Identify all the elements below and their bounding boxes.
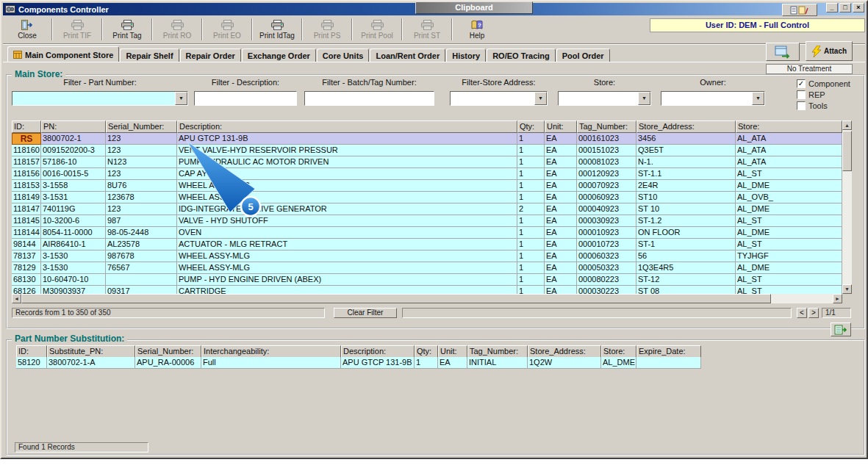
maximize-button[interactable]: □ (839, 3, 851, 12)
checkbox-label: REP (808, 90, 825, 99)
printer-icon (321, 20, 334, 30)
table-row[interactable]: RS3800702-1123APU GTCP 131-9B1EA00016102… (12, 133, 842, 145)
table-row[interactable]: 581203800702-1-AAPU_RA-00006FullAPU GTCP… (16, 357, 701, 369)
filter-store-address-combo[interactable]: ▼ (450, 91, 548, 106)
horizontal-scrollbar[interactable]: ◄ ► (12, 294, 842, 303)
clipboard-tools-button[interactable] (782, 4, 817, 16)
table-cell: EA (545, 250, 577, 262)
table-cell (106, 274, 177, 286)
minimize-button[interactable]: _ (826, 3, 838, 12)
prev-page-button[interactable]: < (797, 308, 807, 318)
checkbox-component[interactable]: ✓Component (797, 79, 850, 88)
tab-exchange-order[interactable]: Exchange Order (242, 48, 316, 62)
filter-batch-tag-number-input[interactable] (304, 91, 434, 106)
app-icon (5, 4, 15, 14)
printer-icon (171, 20, 184, 30)
tab-label: History (452, 51, 480, 60)
vertical-scrollbar[interactable]: ▲ ▼ (842, 120, 852, 294)
chevron-down-icon[interactable]: ▼ (638, 92, 650, 105)
records-status: Records from 1 to 350 of 350 (12, 308, 325, 318)
column-header-id[interactable]: ID: (12, 120, 41, 133)
checkbox-rep[interactable]: REP (797, 90, 825, 99)
column-header-tag-number[interactable]: Tag_Number: (577, 120, 636, 133)
column-header-id[interactable]: ID: (16, 345, 47, 358)
chevron-down-icon[interactable]: ▼ (752, 92, 764, 105)
checkbox-tools[interactable]: Tools (797, 101, 828, 110)
tab-pool-order[interactable]: Pool Order (556, 48, 610, 62)
toolbar-button-print-idtag[interactable]: Print IdTag (253, 15, 301, 43)
table-cell: 000161023 (577, 133, 636, 145)
filter-description-input[interactable] (194, 91, 297, 106)
column-header-serial-number[interactable]: Serial_Number: (106, 120, 177, 133)
attach-button[interactable]: Attach (806, 41, 853, 61)
column-header-serial-number[interactable]: Serial_Number: (135, 345, 201, 358)
substitution-table: 581203800702-1-AAPU_RA-00006FullAPU GTCP… (16, 357, 701, 370)
tab-label: Repair Order (186, 51, 235, 60)
checkbox-box[interactable] (797, 101, 806, 110)
table-row[interactable]: 11815757186-10N123PUMP HYDRAULIC AC MOTO… (12, 156, 842, 168)
filter-value (559, 92, 638, 105)
table-row[interactable]: 11814510-3200-6987VALVE - HYD SHUTOFF1EA… (12, 215, 842, 227)
substitution-export-button[interactable] (831, 322, 851, 336)
column-header-qty[interactable]: Qty: (517, 120, 545, 133)
scroll-up-button[interactable]: ▲ (842, 120, 852, 130)
table-row[interactable]: 1181533-15588U76WHEEL ASSY MLG1EA0000709… (12, 180, 842, 192)
next-page-button[interactable]: > (808, 308, 819, 318)
table-row[interactable]: 98144AIR86410-1AL23578ACTUATOR - MLG RET… (12, 239, 842, 250)
close-window-button[interactable]: × (853, 3, 864, 12)
table-row[interactable]: 1181448054-11-000098-05-2448OVEN1EA00001… (12, 227, 842, 239)
owner-combo[interactable]: ▼ (661, 91, 765, 106)
tab-core-units[interactable]: Core Units (317, 48, 370, 62)
column-header-substitute-pn[interactable]: Substitute_PN: (47, 345, 135, 358)
column-header-interchangeability[interactable]: Interchangeability: (201, 345, 341, 358)
table-row[interactable]: 6813010-60470-10PUMP - HYD ENGINE DRIVEN… (12, 274, 842, 286)
table-cell: ON FLOOR (636, 227, 736, 239)
column-header-store[interactable]: Store: (601, 345, 636, 358)
store-combo[interactable]: ▼ (558, 91, 651, 106)
table-row[interactable]: 781373-1530987678WHEEL ASSY-MLG1EA000060… (12, 250, 842, 262)
horizontal-scrollbar-thumb[interactable] (21, 294, 771, 303)
tab-repair-order[interactable]: Repair Order (180, 48, 241, 62)
scroll-right-button[interactable]: ► (833, 294, 842, 303)
tab-repair-shelf[interactable]: Repair Shelf (120, 48, 179, 62)
clear-filter-button[interactable]: Clear Filter (334, 308, 397, 318)
table-row[interactable]: 1181560016-0015-5123CAP AY1EA000120923ST… (12, 168, 842, 180)
column-header-unit[interactable]: Unit: (545, 120, 577, 133)
toolbar-button-print-tag[interactable]: Print Tag (103, 15, 151, 43)
tab-history[interactable]: History (446, 48, 486, 62)
chevron-down-icon[interactable]: ▼ (534, 92, 547, 105)
column-header-tag-number[interactable]: Tag_Number: (467, 345, 528, 358)
column-header-description[interactable]: Description: (341, 345, 415, 358)
checkbox-box[interactable]: ✓ (797, 79, 806, 88)
toolbar-button-help[interactable]: ?Help (453, 15, 501, 43)
column-header-pn[interactable]: PN: (41, 120, 106, 133)
clipboard-panel[interactable]: Clipboard (415, 1, 533, 14)
table-cell: 1Q2W (528, 357, 601, 369)
filter-part-number-combo[interactable]: ▼ (12, 91, 188, 106)
table-row[interactable]: 781293-153076567WHEEL ASSY-MLG1EA0000503… (12, 262, 842, 274)
column-header-store-address[interactable]: Store_Address: (528, 345, 601, 358)
chevron-down-icon[interactable]: ▼ (175, 92, 187, 105)
export-button[interactable] (766, 43, 800, 61)
column-header-expire-date[interactable]: Expire_Date: (636, 345, 701, 358)
table-row[interactable]: 68126M3090393709317CARTRIDGE1EA000030223… (12, 286, 842, 294)
table-row[interactable]: 1181493-1531123678WHEEL ASSY-NLG1EA00006… (12, 192, 842, 203)
table-row[interactable]: 1181600091520200-3123VENT VALVE-HYD RESE… (12, 145, 842, 156)
table-row[interactable]: 118147740119G123IDG-INTEGRATED DRIVE GEN… (12, 203, 842, 215)
scroll-down-button[interactable]: ▼ (842, 284, 852, 294)
tab-ro-eo-tracing[interactable]: RO/EO Tracing (487, 48, 556, 62)
column-header-store[interactable]: Store: (736, 120, 842, 133)
column-header-qty[interactable]: Qty: (415, 345, 438, 358)
tab-main-component-store[interactable]: Main Component Store (7, 46, 119, 62)
column-header-description[interactable]: Description: (177, 120, 517, 133)
table-cell: 1 (415, 357, 438, 369)
table-cell: 1 (517, 239, 545, 250)
scroll-left-button[interactable]: ◄ (12, 294, 21, 303)
column-header-store-address[interactable]: Store_Address: (636, 120, 736, 133)
checkbox-box[interactable] (797, 90, 806, 99)
tab-loan-rent-order[interactable]: Loan/Rent Order (370, 48, 445, 62)
column-header-unit[interactable]: Unit: (438, 345, 467, 358)
table-cell: 2E4R (636, 180, 736, 192)
vertical-scrollbar-thumb[interactable] (842, 131, 852, 171)
toolbar-button-close[interactable]: Close (3, 15, 51, 43)
